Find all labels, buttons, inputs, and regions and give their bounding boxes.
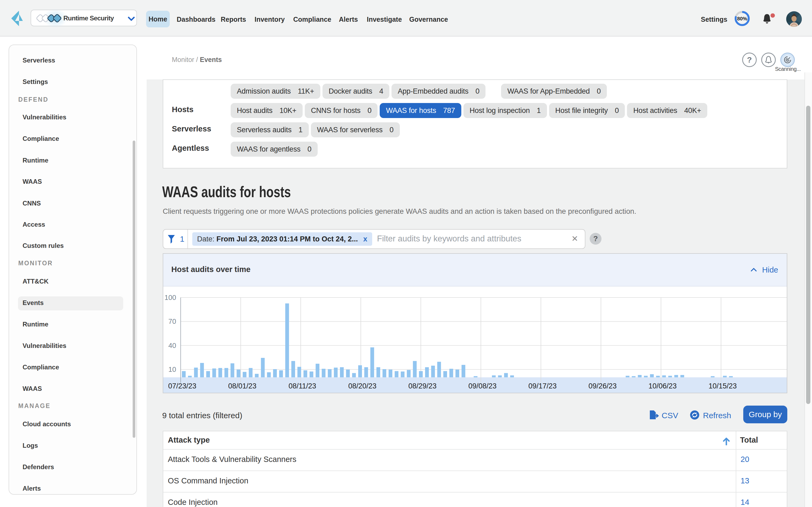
svg-text:09/17/23: 09/17/23 bbox=[528, 382, 557, 390]
svg-text:07/23/23: 07/23/23 bbox=[168, 382, 196, 390]
svg-text:80%: 80% bbox=[737, 16, 747, 21]
svg-text:09/08/23: 09/08/23 bbox=[468, 382, 497, 390]
svg-text:10: 10 bbox=[168, 365, 176, 374]
svg-text:08/01/23: 08/01/23 bbox=[228, 382, 256, 390]
svg-text:10/15/23: 10/15/23 bbox=[709, 382, 737, 390]
svg-text:08/20/23: 08/20/23 bbox=[348, 382, 376, 390]
svg-text:10/06/23: 10/06/23 bbox=[649, 382, 677, 390]
svg-text:70: 70 bbox=[168, 317, 176, 325]
svg-text:09/26/23: 09/26/23 bbox=[588, 382, 616, 390]
svg-text:08/11/23: 08/11/23 bbox=[288, 382, 316, 390]
svg-text:08/29/23: 08/29/23 bbox=[408, 382, 437, 390]
svg-text:40: 40 bbox=[168, 341, 176, 349]
svg-text:100: 100 bbox=[165, 293, 176, 301]
